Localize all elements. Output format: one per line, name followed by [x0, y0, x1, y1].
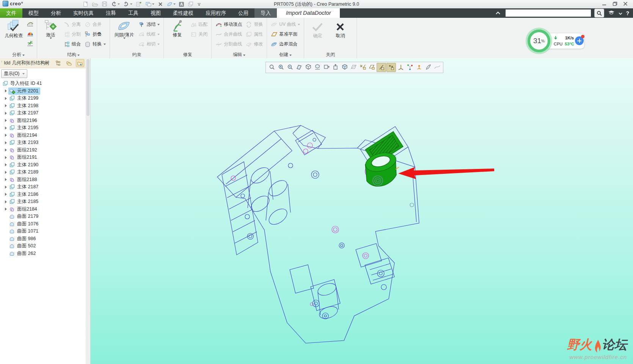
move-vertex-button[interactable]: 移动顶点 — [215, 20, 243, 29]
tree-item-label[interactable]: 主体 2195 — [17, 125, 38, 131]
tree-item[interactable]: 曲面 262 — [0, 250, 86, 258]
gap-sliver-caret-icon[interactable] — [123, 37, 126, 39]
datum-display-filters-button[interactable] — [358, 63, 367, 71]
display-style-caret-icon[interactable] — [173, 3, 176, 5]
expand-arrow-icon[interactable] — [3, 102, 8, 109]
tree-item[interactable]: 主体 2199 — [0, 95, 86, 102]
expand-arrow-icon[interactable] — [3, 154, 8, 161]
expand-arrow-icon[interactable] — [3, 139, 8, 146]
new-file-button[interactable] — [83, 1, 88, 7]
help-button[interactable]: ? — [626, 10, 629, 16]
annotation-display-button[interactable]: A — [179, 2, 184, 7]
tab-tools[interactable]: 工具 — [122, 8, 145, 18]
close-window-button[interactable] — [158, 1, 163, 7]
freeze-button[interactable]: 冻结 — [138, 20, 160, 29]
boundary-blend-button[interactable]: 边界混合 — [270, 40, 301, 48]
tree-item[interactable]: 面组2184 — [0, 206, 86, 213]
learning-caret-button[interactable] — [619, 10, 622, 17]
tree-item[interactable]: 主体 2187 — [0, 183, 86, 191]
tree-item-label[interactable]: 面组2196 — [17, 117, 37, 124]
surface-edit-button[interactable] — [424, 63, 432, 71]
tree-item[interactable]: 面组2191 — [0, 154, 86, 161]
expand-arrow-icon[interactable] — [3, 87, 8, 95]
tree-item[interactable]: 主体 2193 — [0, 139, 86, 147]
expand-arrow-icon[interactable] — [3, 198, 8, 205]
combine-button[interactable]: 组合 — [63, 40, 82, 48]
tree-item[interactable]: 主体 2198 — [0, 102, 86, 110]
highlighted-component[interactable] — [363, 131, 403, 186]
tree-item[interactable]: 主体 2185 — [0, 198, 86, 206]
tree-scrollbar[interactable] — [86, 58, 91, 364]
tab-annotate[interactable]: 注释 — [100, 8, 122, 18]
repair-button[interactable]: 修复 — [167, 19, 187, 38]
activate-caret-icon[interactable] — [50, 37, 52, 39]
tree-item[interactable]: 曲面 2179 — [0, 213, 86, 220]
tab-live-simulation[interactable]: 实时仿真 — [67, 8, 100, 18]
view-normal-button[interactable] — [322, 63, 331, 71]
tree-item[interactable]: 面组2192 — [0, 147, 86, 154]
search-button[interactable] — [594, 9, 604, 17]
tree-layers-button[interactable] — [65, 59, 73, 67]
tree-item-label[interactable]: 曲面 986 — [17, 236, 36, 242]
expand-arrow-icon[interactable] — [3, 220, 8, 228]
tree-item-root[interactable]: 导入特征 ID 41 — [0, 80, 86, 87]
refit-button[interactable] — [267, 63, 276, 71]
tree-item-label[interactable]: 主体 2199 — [17, 95, 38, 102]
tree-item-label[interactable]: 主体 2187 — [17, 184, 38, 190]
tree-item[interactable]: 曲面 986 — [0, 235, 86, 243]
tangent-edges-button[interactable] — [433, 63, 441, 71]
expand-arrow-icon[interactable] — [3, 250, 8, 257]
tree-item[interactable]: 曲面 1076 — [0, 220, 86, 228]
expand-arrow-icon[interactable] — [3, 132, 8, 139]
geometry-check-button[interactable]: 几何检查 — [3, 19, 24, 39]
expand-arrow-icon[interactable] — [3, 95, 8, 102]
perspective-button[interactable] — [340, 63, 349, 71]
cancel-button[interactable]: 取消 — [330, 19, 350, 39]
zoom-out-button[interactable] — [286, 63, 294, 71]
expand-arrow-icon[interactable] — [3, 191, 8, 198]
tree-item-label[interactable]: 主体 2197 — [17, 110, 38, 116]
axis-display-button[interactable] — [377, 63, 386, 72]
tree-item-label[interactable]: 面组2191 — [17, 154, 37, 161]
tree-item[interactable]: 曲面 502 — [0, 242, 86, 250]
tree-item-label[interactable]: 主体 2185 — [17, 198, 38, 205]
expand-arrow-icon[interactable] — [3, 206, 8, 213]
tree-item[interactable]: 主体 2186 — [0, 191, 86, 198]
model-viewport[interactable] — [91, 58, 633, 364]
tree-item[interactable]: 面组2188 — [0, 176, 86, 184]
point-display-button[interactable] — [386, 63, 396, 72]
tab-applications[interactable]: 应用程序 — [199, 8, 232, 18]
tree-item-label[interactable]: 主体 2193 — [17, 139, 38, 146]
expand-arrow-icon[interactable] — [3, 235, 8, 242]
display-style-button[interactable] — [166, 1, 176, 7]
view-back-button[interactable] — [331, 63, 340, 71]
tab-file[interactable]: 文件 — [0, 8, 22, 18]
tree-item-label[interactable]: 曲面 2179 — [17, 213, 38, 220]
regenerate-button[interactable] — [136, 1, 142, 7]
open-file-button[interactable] — [92, 1, 98, 7]
tree-item-label[interactable]: 面组2194 — [17, 132, 37, 139]
activate-button[interactable]: 激活 — [40, 19, 61, 40]
tree-item-label[interactable]: 曲面 502 — [17, 243, 36, 249]
tree-scrollbar-thumb[interactable] — [86, 59, 90, 116]
curvature-analysis-button[interactable] — [27, 20, 34, 28]
tree-item-label[interactable]: 面组2184 — [17, 206, 37, 212]
learning-connector-button[interactable] — [608, 10, 615, 17]
mesh-analysis-button[interactable] — [27, 40, 34, 48]
expand-arrow-icon[interactable] — [3, 147, 8, 154]
tree-item-label[interactable]: 曲面 1076 — [17, 221, 38, 227]
plane-display-button[interactable] — [368, 63, 376, 71]
redo-caret-icon[interactable] — [130, 3, 132, 5]
tree-filter-button[interactable] — [55, 59, 62, 67]
tree-item[interactable]: 面组2194 — [0, 132, 86, 139]
graphics-canvas[interactable]: 野火 论坛 www.proewildfire.cn — [91, 58, 633, 364]
tree-item[interactable]: 曲面 1071 — [0, 228, 86, 235]
restore-button[interactable] — [609, 0, 620, 8]
expand-arrow-icon[interactable] — [3, 242, 8, 250]
expand-arrow-icon[interactable] — [3, 109, 8, 117]
tree-item[interactable]: 主体 2190 — [0, 161, 86, 169]
component-display-button[interactable] — [187, 1, 193, 7]
tree-item-label[interactable]: 元件 2201 — [17, 88, 38, 94]
tab-analysis[interactable]: 分析 — [45, 8, 67, 18]
expand-arrow-icon[interactable] — [3, 117, 8, 124]
